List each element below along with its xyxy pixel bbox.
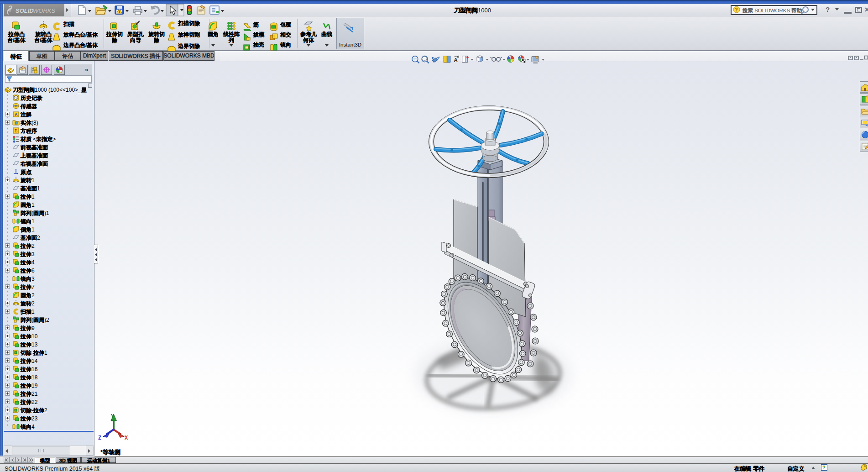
svg-text:?: ?: [735, 7, 738, 12]
svg-text:A: A: [454, 57, 458, 63]
svg-text:!: !: [119, 10, 120, 14]
svg-text:Y: Y: [111, 414, 115, 420]
svg-text:X: X: [125, 435, 128, 441]
svg-text:A: A: [15, 112, 18, 117]
svg-text:Σ: Σ: [15, 128, 18, 133]
